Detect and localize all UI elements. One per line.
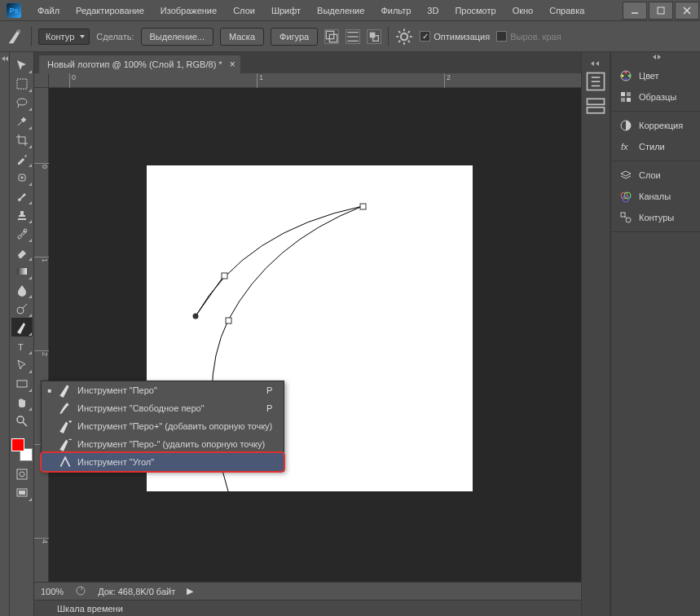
rotate-view-icon[interactable] xyxy=(75,585,86,598)
svg-rect-41 xyxy=(627,92,631,96)
document-tab[interactable]: Новый логотип @ 100% (Слой 1, RGB/8) * × xyxy=(39,55,240,73)
flyout-delete-anchor[interactable]: Инструмент "Перо-" (удалить опорную точк… xyxy=(42,435,284,453)
menu-image[interactable]: Изображение xyxy=(154,2,223,19)
eyedropper-tool[interactable] xyxy=(11,149,33,168)
options-bar: Контур Сделать: Выделение... Маска Фигур… xyxy=(0,21,700,52)
foreground-color-swatch[interactable] xyxy=(11,438,24,451)
tool-mode-dropdown[interactable]: Контур xyxy=(38,29,90,45)
properties-icon[interactable] xyxy=(584,95,607,117)
stamp-tool[interactable] xyxy=(11,205,33,224)
move-tool[interactable] xyxy=(11,55,33,74)
svg-point-37 xyxy=(628,75,631,77)
history-icon[interactable] xyxy=(584,70,607,93)
screen-mode-toggle[interactable] xyxy=(11,483,33,502)
strip-collapse-handle[interactable] xyxy=(582,59,610,68)
quickmask-toggle[interactable] xyxy=(11,464,33,483)
dodge-tool[interactable] xyxy=(11,299,33,318)
close-tab-icon[interactable]: × xyxy=(230,59,236,70)
magic-wand-tool[interactable] xyxy=(11,112,33,130)
make-shape-button[interactable]: Фигура xyxy=(271,28,318,46)
make-selection-button[interactable]: Выделение... xyxy=(141,28,214,46)
panel-adjustments[interactable]: Коррекция xyxy=(611,115,700,136)
panel-layers[interactable]: Слои xyxy=(611,165,700,186)
pen-icon xyxy=(58,384,73,397)
menu-layers[interactable]: Слои xyxy=(227,2,262,19)
brush-tool[interactable] xyxy=(11,187,33,205)
healing-tool[interactable] xyxy=(11,168,33,187)
menu-window[interactable]: Окно xyxy=(506,2,540,19)
status-menu-arrow[interactable]: ▶ xyxy=(187,586,193,596)
flyout-pen[interactable]: ■ Инструмент "Перо" P xyxy=(42,381,284,399)
optimize-checkbox[interactable]: Оптимизация xyxy=(420,31,490,42)
flyout-convert-point[interactable]: Инструмент "Угол" xyxy=(42,453,284,471)
svg-text:fx: fx xyxy=(621,142,628,152)
svg-point-12 xyxy=(401,33,407,39)
current-tool-icon[interactable] xyxy=(7,28,24,46)
separator xyxy=(388,27,389,46)
svg-point-21 xyxy=(17,416,24,423)
lasso-tool[interactable] xyxy=(11,93,33,112)
menu-help[interactable]: Справка xyxy=(543,2,591,19)
document-tabs: Новый логотип @ 100% (Слой 1, RGB/8) * × xyxy=(34,52,581,73)
rectangle-tool[interactable] xyxy=(11,374,33,393)
zoom-tool[interactable] xyxy=(11,411,33,430)
blur-tool[interactable] xyxy=(11,280,33,299)
menu-file[interactable]: Файл xyxy=(31,2,66,19)
color-swatches[interactable] xyxy=(11,438,33,461)
hand-tool[interactable] xyxy=(11,393,33,411)
menu-3d[interactable]: 3D xyxy=(420,2,445,19)
svg-text:T: T xyxy=(18,342,24,352)
type-tool[interactable]: T xyxy=(11,337,33,355)
align-edges-checkbox[interactable]: Выров. края xyxy=(496,31,561,42)
path-arrange-icon[interactable] xyxy=(367,29,381,44)
svg-rect-1 xyxy=(658,7,664,14)
ruler-corner xyxy=(34,73,49,88)
maximize-button[interactable] xyxy=(649,2,673,20)
active-dot-icon: ■ xyxy=(46,387,53,394)
menu-view[interactable]: Просмотр xyxy=(448,2,502,19)
menu-type[interactable]: Шрифт xyxy=(265,2,307,19)
panel-color[interactable]: Цвет xyxy=(611,65,700,86)
panel-swatches[interactable]: Образцы xyxy=(611,86,700,108)
svg-rect-34 xyxy=(588,108,605,113)
doc-size-info[interactable]: Док: 468,8K/0 байт xyxy=(98,587,175,596)
menubar: Ps Файл Редактирование Изображение Слои … xyxy=(0,0,700,21)
svg-point-39 xyxy=(622,75,624,77)
gear-icon[interactable] xyxy=(395,28,413,46)
panel-paths[interactable]: Контуры xyxy=(611,207,700,228)
svg-rect-28 xyxy=(222,273,227,279)
zoom-level[interactable]: 100% xyxy=(41,587,64,596)
timeline-panel-tab[interactable]: Шкала времени xyxy=(34,600,581,616)
flyout-add-anchor[interactable]: Инструмент "Перо+" (добавить опорную точ… xyxy=(42,417,284,435)
path-align-icon[interactable] xyxy=(346,29,360,44)
minimize-button[interactable] xyxy=(623,2,647,20)
marquee-tool[interactable] xyxy=(11,74,33,93)
panel-channels[interactable]: Каналы xyxy=(611,186,700,207)
eraser-tool[interactable] xyxy=(11,243,33,262)
canvas-viewport[interactable]: 0 1 2 0 1 2 3 4 xyxy=(34,73,581,582)
menu-filter[interactable]: Фильтр xyxy=(374,2,417,19)
pen-tool[interactable] xyxy=(11,318,33,337)
menu-edit[interactable]: Редактирование xyxy=(69,2,151,19)
flyout-freeform-pen[interactable]: Инструмент "Свободное перо" P xyxy=(42,399,284,417)
menu-select[interactable]: Выделение xyxy=(310,2,371,19)
history-brush-tool[interactable] xyxy=(11,224,33,243)
panel-collapse-handle[interactable] xyxy=(611,52,700,62)
path-op1-icon[interactable] xyxy=(324,29,339,44)
optimize-label: Оптимизация xyxy=(434,32,490,42)
svg-rect-26 xyxy=(19,491,25,495)
make-mask-button[interactable]: Маска xyxy=(220,28,264,46)
freeform-pen-icon xyxy=(58,402,73,415)
close-button[interactable] xyxy=(675,2,699,20)
gradient-tool[interactable] xyxy=(11,262,33,280)
left-expand-strip[interactable] xyxy=(0,52,10,616)
svg-line-22 xyxy=(23,422,27,426)
crop-tool[interactable] xyxy=(11,130,33,149)
window-controls xyxy=(622,0,700,21)
toolbox: T xyxy=(10,52,34,616)
panel-styles[interactable]: fxСтили xyxy=(611,136,700,157)
svg-rect-17 xyxy=(17,268,27,275)
path-select-tool[interactable] xyxy=(11,355,33,374)
svg-point-18 xyxy=(17,307,24,314)
tool-mode-value: Контур xyxy=(46,32,74,42)
